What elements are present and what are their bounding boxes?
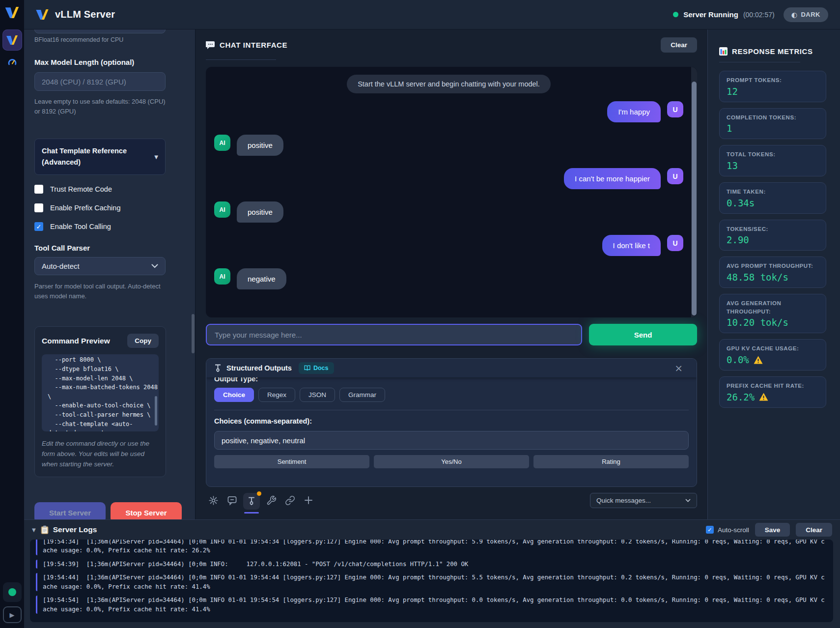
output-type-grammar[interactable]: Grammar: [339, 388, 385, 402]
theme-toggle-button[interactable]: ◐ DARK: [784, 7, 828, 22]
chat-message-user: I don't like t U: [214, 235, 683, 256]
chevron-down-icon: [151, 264, 158, 268]
gauge-icon: [7, 57, 17, 66]
structured-outputs-panel: Structured Outputs Docs × Output Type: C…: [206, 358, 697, 487]
max-model-length-help: Leave empty to use safe defaults: 2048 (…: [34, 97, 167, 116]
stop-server-button[interactable]: Stop Server: [111, 502, 182, 519]
ai-avatar: AI: [214, 201, 230, 218]
theme-toggle-label: DARK: [801, 11, 820, 18]
checkbox-unchecked-icon[interactable]: [34, 185, 43, 194]
max-model-length-label: Max Model Length (optional): [34, 58, 166, 66]
logs-clear-button[interactable]: Clear: [796, 523, 832, 537]
quick-messages-select[interactable]: Quick messages...: [590, 493, 697, 508]
server-logs-panel: ▼ Server Logs ✓ Auto-scroll Save Clear […: [24, 519, 840, 628]
send-button[interactable]: Send: [589, 324, 697, 345]
dtype-note: BFloat16 recommended for CPU: [34, 36, 166, 43]
wrench-icon[interactable]: [264, 493, 279, 508]
sidebar-scrollbar-thumb[interactable]: [192, 314, 195, 353]
enable-tool-calling-checkbox[interactable]: ✓ Enable Tool Calling: [34, 222, 166, 231]
dtype-select-clipped[interactable]: [34, 29, 166, 33]
ai-avatar: AI: [214, 135, 230, 151]
max-model-length-input[interactable]: [34, 72, 166, 91]
checkbox-checked-icon[interactable]: ✓: [34, 222, 43, 231]
server-status-indicator: [3, 582, 22, 602]
metric-card-total-tokens: TOTAL TOKENS: 13: [719, 145, 826, 176]
plus-icon[interactable]: [301, 493, 316, 508]
docs-link[interactable]: Docs: [299, 362, 334, 374]
divider: [214, 410, 689, 410]
top-header: vLLM Server Server Running (00:02:57) ◐ …: [24, 0, 840, 29]
structured-outputs-tool-icon[interactable]: [243, 493, 260, 510]
output-type-json[interactable]: JSON: [300, 388, 335, 402]
settings-gear-icon[interactable]: [206, 493, 221, 508]
enable-prefix-caching-checkbox[interactable]: Enable Prefix Caching: [34, 203, 166, 212]
chat-scrollbar-thumb[interactable]: [692, 82, 697, 315]
chat-message-ai: AI positive: [214, 135, 683, 156]
logs-list[interactable]: [19:54:34] [1;36m(APIServer pid=34464) […: [30, 540, 833, 622]
response-metrics-sidebar: RESPONSE METRICS PROMPT TOKENS: 12 COMPL…: [707, 29, 840, 519]
chat-scrollbar[interactable]: [691, 67, 697, 317]
chat-template-reference-toggle[interactable]: Chat Template Reference (Advanced) ▼: [34, 139, 166, 175]
command-preview-panel: Command Preview Copy --port 8000 \ --dty…: [34, 326, 166, 477]
output-type-choice[interactable]: Choice: [214, 388, 254, 402]
chat-bubble-icon: [206, 41, 215, 49]
active-tool-underline: [244, 512, 259, 514]
structured-outputs-icon: [214, 364, 222, 372]
nav-item-server[interactable]: [2, 29, 22, 51]
command-preview-help: Edit the command directly or use the for…: [42, 439, 159, 470]
metric-card-completion-tokens: COMPLETION TOKENS: 1: [719, 108, 826, 140]
metric-card-avg-prompt-throughput: AVG PROMPT THROUGHPUT: 48.58 tok/s: [719, 257, 826, 288]
server-logs-title: Server Logs: [53, 525, 97, 534]
metric-card-time-taken: TIME TAKEN: 0.34s: [719, 182, 826, 214]
link-icon[interactable]: [282, 493, 297, 508]
warning-icon: [754, 356, 763, 364]
structured-outputs-title: Structured Outputs: [226, 364, 292, 372]
metric-card-prefix-cache-hit-rate: PREFIX CACHE HIT RATE: 26.2%: [719, 376, 826, 408]
chat-message-ai: AI positive: [214, 201, 683, 223]
log-entry: [19:54:44] [1;36m(APIServer pid=34464) […: [36, 573, 826, 591]
chevron-down-icon: [685, 499, 691, 502]
close-icon[interactable]: ×: [674, 363, 683, 373]
start-server-button[interactable]: Start Server: [34, 502, 106, 519]
trust-remote-code-checkbox[interactable]: Trust Remote Code: [34, 185, 166, 194]
half-moon-icon: ◐: [791, 11, 798, 19]
checkbox-unchecked-icon[interactable]: [34, 203, 43, 212]
code-scrollbar-thumb[interactable]: [155, 396, 157, 426]
chat-message-user: I can't be more happier U: [214, 168, 683, 189]
metric-card-tokens-per-sec: TOKENS/SEC: 2.90: [719, 220, 826, 251]
divider: [206, 59, 276, 60]
logs-save-button[interactable]: Save: [755, 523, 790, 537]
preset-yesno[interactable]: Yes/No: [374, 455, 529, 468]
tool-call-parser-label: Tool Call Parser: [34, 244, 166, 252]
play-icon: ▶: [10, 611, 15, 619]
chat-panel: CHAT INTERFACE Clear Start the vLLM serv…: [195, 29, 707, 519]
chat-interface-title: CHAT INTERFACE: [220, 41, 287, 49]
preset-sentiment[interactable]: Sentiment: [214, 455, 369, 468]
command-preview-code[interactable]: --port 8000 \ --dtype bfloat16 \ --max-m…: [42, 354, 159, 431]
chat-toolbar: Quick messages...: [206, 493, 697, 515]
metric-card-gpu-kv-cache-usage: GPU KV CACHE USAGE: 0.0%: [719, 339, 826, 371]
choices-input[interactable]: [214, 431, 689, 450]
preset-rating[interactable]: Rating: [533, 455, 689, 468]
chat-messages-container[interactable]: Start the vLLM server and begin chatting…: [206, 67, 697, 317]
choices-label: Choices (comma-separated):: [214, 417, 689, 425]
chat-clear-button[interactable]: Clear: [661, 37, 697, 53]
nav-rail: ▶: [0, 0, 24, 628]
message-settings-icon[interactable]: [224, 493, 239, 508]
expand-panel-button[interactable]: ▶: [3, 606, 22, 623]
autoscroll-checkbox[interactable]: ✓: [706, 526, 714, 534]
collapse-arrow-icon: ▼: [154, 154, 158, 160]
log-entry: [19:54:54] [1;36m(APIServer pid=34464) […: [36, 596, 826, 614]
ai-avatar: AI: [214, 268, 230, 285]
message-input[interactable]: [206, 324, 582, 345]
nav-item-dashboard[interactable]: [2, 54, 22, 70]
notification-badge: [257, 491, 261, 496]
chat-message-ai: AI negative: [214, 268, 683, 289]
collapse-arrow-icon[interactable]: ▼: [32, 527, 36, 533]
chat-template-reference-label: Chat Template Reference (Advanced): [42, 145, 140, 168]
command-preview-title: Command Preview: [42, 337, 110, 345]
output-type-regex[interactable]: Regex: [258, 388, 295, 402]
tool-call-parser-select[interactable]: Auto-detect: [34, 257, 166, 275]
bar-chart-icon: [719, 47, 728, 56]
copy-button[interactable]: Copy: [127, 334, 159, 348]
